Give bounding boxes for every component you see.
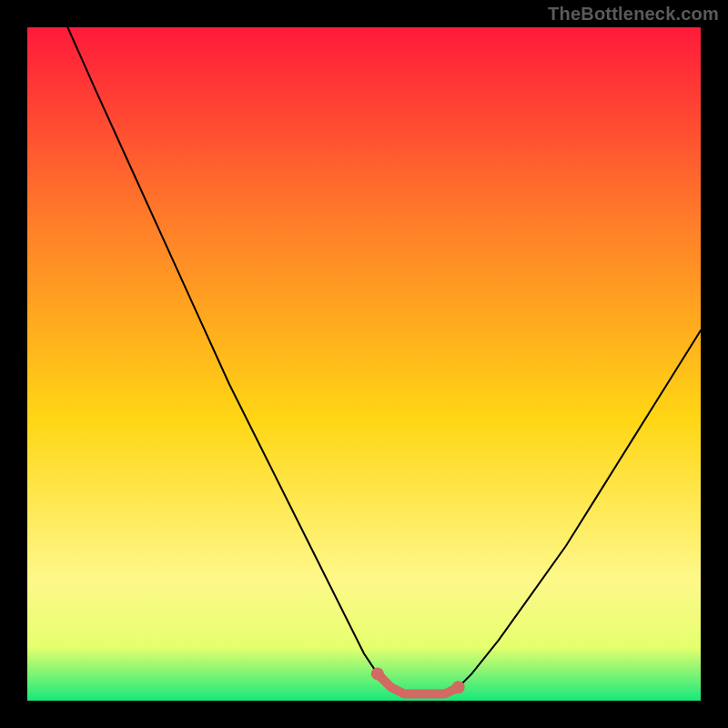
optimal-endpoint-left — [371, 667, 384, 680]
plot-background — [27, 27, 701, 701]
bottleneck-chart — [0, 0, 728, 728]
chart-frame: TheBottleneck.com — [0, 0, 728, 728]
optimal-endpoint-right — [452, 681, 465, 693]
watermark-text: TheBottleneck.com — [548, 4, 719, 25]
